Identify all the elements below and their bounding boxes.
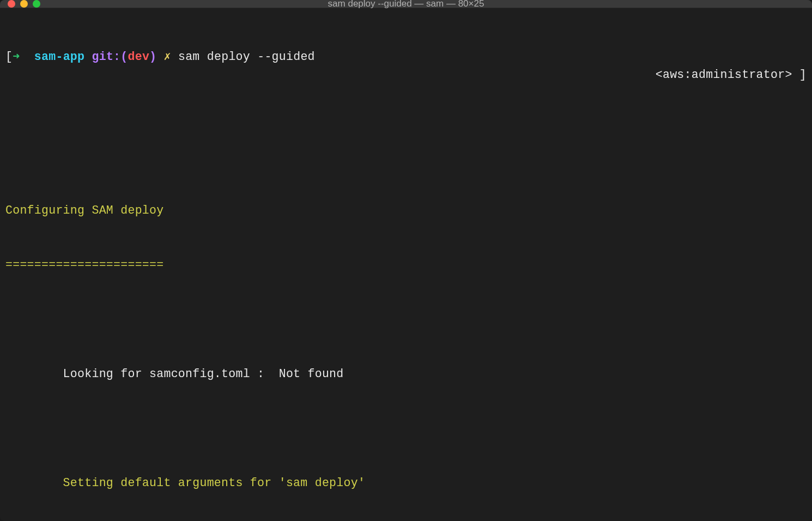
window-controls (8, 0, 40, 8)
terminal-content[interactable]: [➜ sam-app git:(dev) ✗ sam deploy --guid… (0, 8, 812, 521)
close-button[interactable] (8, 0, 15, 8)
command-text: sam deploy --guided (178, 48, 315, 66)
defaults-header: Setting default arguments for 'sam deplo… (5, 474, 807, 492)
git-paren-close: ) (149, 48, 156, 66)
git-label: git: (92, 48, 120, 66)
git-branch: dev (128, 48, 150, 66)
aws-context: <aws:administrator> (656, 68, 792, 81)
git-paren-open: ( (120, 48, 128, 66)
prompt-path: sam-app (34, 48, 84, 66)
titlebar[interactable]: sam deploy --guided — sam — 80×25 (0, 0, 812, 8)
bracket-open: [ (5, 48, 13, 66)
blank-line (5, 147, 807, 165)
maximize-button[interactable] (33, 0, 40, 8)
git-dirty-icon: ✗ (164, 48, 171, 66)
blank-line (5, 311, 807, 329)
config-divider: ====================== (5, 256, 807, 274)
config-header: Configuring SAM deploy (5, 202, 807, 220)
prompt-line: [➜ sam-app git:(dev) ✗ sam deploy --guid… (5, 48, 807, 102)
terminal-window: sam deploy --guided — sam — 80×25 [➜ sam… (0, 0, 812, 521)
blank-line (5, 420, 807, 438)
scrollbar[interactable] (802, 30, 810, 521)
prompt-arrow-icon: ➜ (13, 48, 20, 66)
looking-config-line: Looking for samconfig.toml : Not found (5, 365, 807, 383)
minimize-button[interactable] (20, 0, 28, 8)
